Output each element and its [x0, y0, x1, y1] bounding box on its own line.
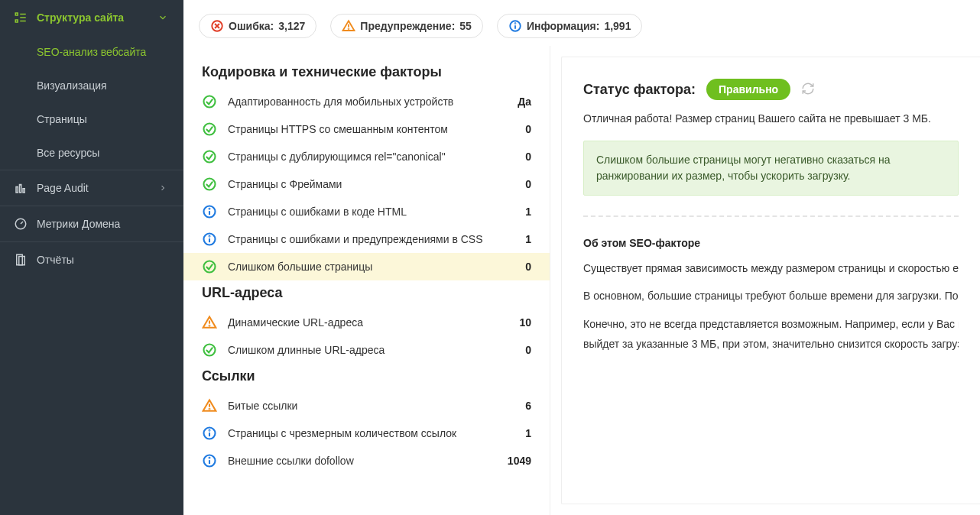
svg-point-27: [209, 209, 210, 209]
factor-value: 1: [501, 206, 531, 218]
factor-row[interactable]: Страницы с чрезмерным количеством ссылок…: [183, 419, 550, 447]
factor-row[interactable]: Слишком длинные URL-адреса0: [183, 336, 550, 364]
factor-value: 10: [501, 316, 531, 329]
nav-reports[interactable]: Отчёты: [0, 241, 183, 277]
svg-point-21: [204, 96, 216, 108]
svg-point-17: [349, 28, 349, 29]
svg-point-20: [515, 23, 516, 24]
ok-icon: [202, 94, 217, 109]
info-icon: [202, 204, 217, 219]
detail-about-p2: В основном, большие страницы требуют бол…: [583, 287, 959, 304]
factor-row[interactable]: Адаптированность для мобильных устройств…: [183, 88, 550, 115]
chevron-right-icon: [156, 181, 170, 195]
factor-value: 0: [501, 178, 531, 190]
factor-label: Страницы с ошибками и предупреждениями в…: [228, 233, 490, 245]
factor-row[interactable]: Динамические URL-адреса10: [183, 309, 550, 336]
svg-point-35: [204, 345, 216, 356]
reports-icon: [14, 253, 28, 267]
svg-point-30: [209, 236, 210, 237]
factor-row[interactable]: Страницы с ошибками и предупреждениями в…: [183, 225, 550, 253]
nav-page-audit[interactable]: Page Audit: [0, 170, 183, 206]
main: Ошибка: 3,127 Предупреждение: 55 Информа…: [183, 0, 980, 515]
filter-info-value: 1,991: [604, 20, 631, 32]
factor-label: Страницы с чрезмерным количеством ссылок: [228, 427, 490, 439]
content: Кодировка и технические факторыАдаптиров…: [183, 46, 980, 515]
info-icon: [508, 19, 522, 33]
factor-label: Динамические URL-адреса: [228, 316, 490, 329]
filter-info-label: Информация:: [527, 20, 600, 32]
detail-divider: [583, 215, 959, 217]
nav-structure-label: Структура сайта: [37, 11, 124, 24]
factor-value: 0: [501, 151, 531, 163]
section-title: Кодировка и технические факторы: [183, 60, 550, 88]
nav-page-audit-label: Page Audit: [37, 182, 89, 194]
svg-point-34: [209, 326, 210, 326]
factor-label: Битые ссылки: [228, 400, 490, 412]
svg-point-24: [204, 179, 216, 190]
svg-line-9: [21, 222, 23, 224]
info-icon: [202, 453, 217, 468]
ok-icon: [202, 121, 217, 137]
svg-rect-7: [23, 189, 24, 193]
factor-row[interactable]: Битые ссылки6: [183, 392, 550, 419]
factor-value: 0: [501, 344, 531, 356]
detail-status-label: Статус фактора:: [583, 82, 696, 98]
ok-icon: [202, 177, 217, 192]
detail-status-badge: Правильно: [706, 79, 790, 100]
chevron-down-icon: [156, 11, 170, 24]
nav-structure[interactable]: Структура сайта: [0, 0, 183, 35]
section-title: Ссылки: [183, 364, 550, 392]
gauge-icon: [14, 217, 28, 231]
svg-rect-5: [16, 187, 18, 193]
detail-about-p1: Существует прямая зависимость между разм…: [583, 260, 959, 277]
filter-warning-label: Предупреждение:: [360, 20, 455, 32]
svg-point-38: [209, 409, 210, 410]
factor-label: Страницы с дублирующимся rel="canonical": [228, 151, 490, 163]
factor-list[interactable]: Кодировка и технические факторыАдаптиров…: [183, 46, 550, 515]
factor-value: 1: [501, 233, 531, 245]
factor-row[interactable]: Страницы с дублирующимся rel="canonical"…: [183, 143, 550, 170]
nav-reports-label: Отчёты: [37, 254, 74, 266]
factor-value: 0: [501, 261, 531, 273]
ok-icon: [202, 259, 217, 274]
filter-warning[interactable]: Предупреждение: 55: [330, 14, 483, 38]
detail-about: Об этом SEO-факторе Существует прямая за…: [583, 237, 959, 353]
nav-seo-analysis[interactable]: SEO-анализ вебсайта: [0, 35, 183, 69]
nav-visualization[interactable]: Визуализация: [0, 69, 183, 102]
section-title: URL-адреса: [183, 280, 550, 309]
refresh-button[interactable]: [801, 82, 815, 98]
refresh-icon: [801, 82, 815, 96]
factor-label: Слишком большие страницы: [228, 261, 490, 273]
filter-info[interactable]: Информация: 1,991: [497, 14, 643, 38]
warning-icon: [342, 19, 355, 33]
factor-row[interactable]: Страницы HTTPS со смешанным контентом0: [183, 115, 550, 143]
detail-about-p4: выйдет за указанные 3 МБ, при этом, знач…: [583, 335, 959, 352]
factor-label: Страницы с Фреймами: [228, 178, 490, 190]
info-icon: [202, 426, 217, 441]
factor-label: Слишком длинные URL-адреса: [228, 344, 490, 356]
factor-label: Адаптированность для мобильных устройств: [228, 96, 490, 108]
factor-value: 1: [501, 427, 531, 439]
warning-icon: [202, 398, 217, 413]
factor-row[interactable]: Страницы с ошибками в коде HTML1: [183, 198, 550, 225]
factor-label: Страницы с ошибками в коде HTML: [228, 206, 490, 218]
svg-rect-1: [15, 20, 18, 22]
nav-all-resources[interactable]: Все ресурсы: [0, 136, 183, 170]
filter-bar: Ошибка: 3,127 Предупреждение: 55 Информа…: [183, 0, 980, 46]
svg-rect-0: [15, 13, 18, 15]
factor-value: 6: [501, 400, 531, 412]
filter-error[interactable]: Ошибка: 3,127: [199, 14, 316, 38]
filter-error-label: Ошибка:: [229, 20, 274, 32]
factor-row[interactable]: Внешние ссылки dofollow1049: [183, 447, 550, 475]
filter-warning-value: 55: [459, 20, 472, 32]
nav-domain-metrics[interactable]: Метрики Домена: [0, 206, 183, 241]
nav-pages[interactable]: Страницы: [0, 102, 183, 136]
detail-summary: Отличная работа! Размер страниц Вашего с…: [583, 111, 959, 127]
info-icon: [202, 232, 217, 247]
factor-row[interactable]: Слишком большие страницы0: [183, 253, 550, 280]
factor-row[interactable]: Страницы с Фреймами0: [183, 170, 550, 198]
page-audit-icon: [14, 181, 28, 195]
ok-icon: [202, 149, 217, 164]
svg-point-41: [209, 430, 210, 431]
structure-icon: [14, 11, 28, 24]
